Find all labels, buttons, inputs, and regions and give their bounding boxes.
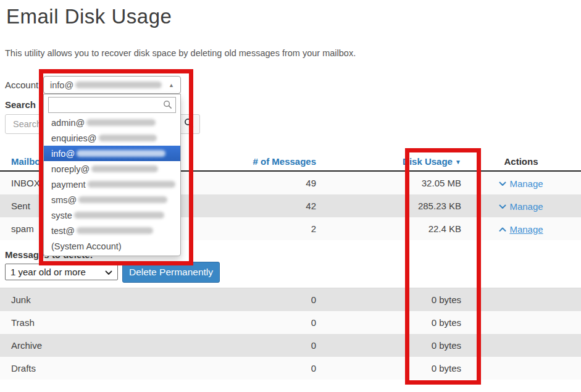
dropdown-item-label: test@: [51, 226, 75, 236]
message-count: 42: [210, 201, 316, 211]
disk-usage-value: 0 bytes: [316, 363, 461, 373]
dropdown-item-label: admin@: [51, 118, 85, 128]
dropdown-item-label: enquiries@: [51, 133, 97, 143]
sort-desc-icon: ▼: [455, 159, 461, 165]
search-label: Search: [5, 99, 36, 110]
actions-cell: Manage: [461, 178, 581, 189]
chevron-up-icon: [499, 227, 506, 232]
email-disk-usage-page: Email Disk Usage This utility allows you…: [0, 0, 581, 392]
disk-usage-value: 285.23 KB: [316, 201, 461, 211]
redacted-text: [75, 81, 162, 88]
message-count: 2: [210, 223, 316, 234]
dropdown-item[interactable]: info@: [44, 146, 180, 161]
column-header-disk-usage[interactable]: Disk Usage ▼: [316, 156, 461, 167]
mailbox-name: Archive: [0, 340, 210, 351]
message-count: 0: [210, 317, 316, 328]
message-count: 0: [210, 363, 316, 373]
dropdown-item[interactable]: admin@: [44, 115, 180, 130]
column-header-actions: Actions: [461, 156, 581, 167]
disk-usage-value: 0 bytes: [316, 340, 461, 351]
dropdown-item-label: payment: [51, 180, 86, 190]
account-dropdown: info@ ▲ admin@enquiries@info@noreply@pay…: [43, 76, 181, 256]
dropdown-item[interactable]: syste: [44, 207, 180, 223]
account-select[interactable]: info@ ▲: [43, 76, 181, 94]
disk-usage-value: 0 bytes: [316, 317, 461, 328]
dropdown-item[interactable]: noreply@: [44, 161, 180, 177]
account-dropdown-panel: admin@enquiries@info@noreply@paymentsms@…: [43, 94, 181, 256]
redacted-text: [78, 196, 167, 203]
table-row: Archive00 bytes: [0, 334, 581, 357]
message-count: 0: [210, 340, 316, 351]
dropdown-item-label: (System Account): [51, 241, 122, 251]
dropdown-item-label: syste: [51, 211, 72, 220]
delete-permanently-button[interactable]: Delete Permanently: [122, 262, 220, 283]
redacted-text: [77, 150, 165, 157]
chevron-down-icon: [499, 204, 506, 209]
manage-link[interactable]: Manage: [499, 224, 543, 235]
mailbox-name: Trash: [0, 317, 210, 328]
disk-usage-value: 0 bytes: [316, 294, 461, 305]
search-icon: [184, 118, 194, 130]
collapse-arrow-icon: ▲: [169, 82, 174, 88]
redacted-text: [86, 119, 156, 126]
table-row: Trash00 bytes: [0, 311, 581, 334]
mailbox-name: Junk: [0, 294, 210, 305]
account-label: Account:: [5, 80, 41, 90]
manage-label: Manage: [509, 178, 543, 189]
manage-label: Manage: [509, 224, 543, 235]
disk-usage-value: 22.4 KB: [316, 223, 461, 234]
message-count: 0: [210, 294, 316, 305]
manage-link[interactable]: Manage: [499, 201, 543, 212]
chevron-down-icon: [499, 181, 506, 186]
manage-link[interactable]: Manage: [499, 178, 543, 189]
actions-cell: Manage: [461, 223, 581, 235]
page-description: This utility allows you to recover disk …: [5, 48, 356, 58]
redacted-text: [88, 181, 175, 188]
disk-usage-value: 32.05 MB: [316, 178, 461, 188]
chevron-down-icon: [105, 267, 112, 277]
dropdown-filter-input[interactable]: [48, 97, 176, 113]
mailbox-name: Drafts: [0, 363, 210, 373]
dropdown-item[interactable]: test@: [44, 223, 180, 238]
account-select-value: info@: [50, 80, 73, 90]
redacted-text: [91, 165, 158, 172]
dropdown-item[interactable]: payment: [44, 177, 180, 192]
dropdown-item[interactable]: sms@: [44, 192, 180, 207]
actions-cell: Manage: [461, 201, 581, 212]
dropdown-item[interactable]: enquiries@: [44, 130, 180, 146]
dropdown-item[interactable]: (System Account): [44, 238, 180, 254]
redacted-text: [77, 227, 153, 234]
redacted-text: [74, 212, 164, 219]
message-age-select-value: 1 year old or more: [10, 267, 86, 277]
redacted-text: [99, 135, 157, 141]
message-count: 49: [210, 178, 316, 188]
dropdown-item-label: sms@: [51, 195, 77, 205]
dropdown-item-label: info@: [51, 149, 75, 159]
table-row: Drafts00 bytes: [0, 357, 581, 380]
mailbox-table-bottom: Junk00 bytesTrash00 bytesArchive00 bytes…: [0, 288, 581, 380]
message-age-select[interactable]: 1 year old or more: [5, 264, 118, 280]
dropdown-item-label: noreply@: [51, 164, 90, 174]
search-icon: [163, 100, 172, 112]
column-header-messages[interactable]: # of Messages: [210, 156, 316, 167]
page-title: Email Disk Usage: [6, 5, 172, 28]
manage-label: Manage: [509, 201, 543, 212]
table-row: Junk00 bytes: [0, 288, 581, 311]
